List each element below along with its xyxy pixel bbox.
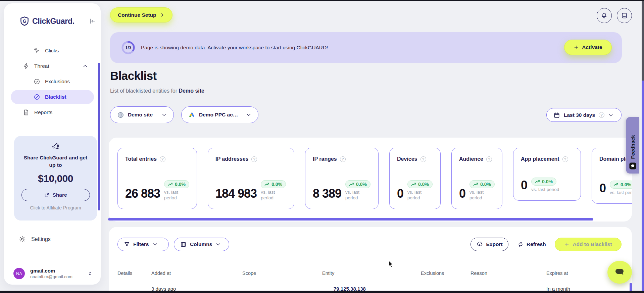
sidebar-item-threat[interactable]: Threat [11,59,94,73]
chevron-up-icon [83,63,88,69]
gear-icon [19,236,26,243]
ppc-account-selector[interactable]: Demo PPC ac… [181,106,258,123]
add-to-blacklist-button[interactable]: Add to Blacklist [555,238,622,251]
column-header-reason[interactable]: Reason [470,271,546,276]
columns-button[interactable]: Columns [174,238,229,251]
promo-footnote: Click to Affiliate Program [14,205,97,210]
help-icon[interactable]: ? [599,112,604,118]
column-header-scope[interactable]: Scope [242,271,322,276]
trend-badge: 0.0% [345,180,370,188]
share-button[interactable]: Share [21,189,90,201]
chat-bubble-icon [614,267,626,277]
stat-value: 0 [521,178,527,192]
stat-compare-label: vs. last period [407,189,433,201]
page-scrollbar-thumb[interactable] [642,81,644,293]
document-icon [23,109,30,116]
help-icon[interactable]: ? [562,156,568,162]
google-ads-icon [188,111,195,118]
megaphone-icon [51,142,60,151]
column-header-added-at[interactable]: Added at [151,271,242,276]
plus-icon [564,242,569,247]
site-selector[interactable]: Demo site [110,106,174,123]
docs-button[interactable] [617,8,632,23]
blacklist-table-panel: Filters Columns Export Refresh Add to Bl… [109,227,632,293]
promo-text: Share ClickGuard and get up to [22,154,89,169]
chevron-down-icon [215,242,221,247]
continue-setup-button[interactable]: Continue Setup [110,7,172,22]
trend-up-icon [411,182,416,186]
stat-card: IP ranges ? 8 389 0.0% vs. last period [305,148,379,209]
sidebar-item-reports[interactable]: Reports [11,105,94,119]
book-icon [621,12,628,19]
stat-compare-label: vs. last period [610,190,632,195]
help-icon[interactable]: ? [340,156,346,162]
trend-badge: 0.0% [610,181,632,189]
date-range-selector[interactable]: Last 30 days ? [546,108,622,122]
table-toolbar: Filters Columns Export Refresh Add to Bl… [109,238,632,251]
feedback-tab[interactable]: Feedback [626,117,639,174]
column-header-expires-at[interactable]: Expires at [546,271,613,276]
activate-button[interactable]: Activate [564,40,612,55]
affiliate-promo-card[interactable]: Share ClickGuard and get up to $10,000 S… [14,136,97,221]
chevron-right-icon [160,12,165,17]
stat-value: 0 [599,181,606,195]
svg-text:G: G [23,19,27,24]
demo-data-banner: 1/3 Page is showing demo data. Activate … [110,32,622,63]
help-icon[interactable]: ? [251,156,257,162]
trend-badge: 0.0% [164,180,189,188]
feedback-label: Feedback [630,135,636,159]
filters-button[interactable]: Filters [117,238,169,251]
help-icon[interactable]: ? [160,156,165,162]
refresh-icon [517,241,524,247]
chevron-down-icon [152,242,158,247]
stat-card: Domain placement ? 0 0.0% vs. last perio… [592,148,632,204]
column-header-details[interactable]: Details [117,271,151,276]
sidebar: G ClickGuard. Clicks Threat Exclusions B… [4,3,101,285]
cloud-download-icon [476,241,483,248]
sidebar-item-exclusions[interactable]: Exclusions [11,75,94,89]
stats-horizontal-scrollbar[interactable] [108,218,593,221]
stat-card: Audience ? 0 0.0% vs. last period [451,148,502,209]
stat-compare-label: vs. last period [261,189,287,201]
trend-up-icon [264,182,269,186]
sidebar-scrollbar[interactable] [98,63,100,210]
chat-launcher-button[interactable] [607,261,632,284]
notifications-button[interactable] [597,8,612,23]
stat-compare-label: vs. last period [345,189,371,201]
setup-step-count: 1/3 [121,40,136,55]
page-title: Blacklist [110,69,157,83]
help-icon[interactable]: ? [420,156,426,162]
globe-icon [117,111,124,118]
clarity-logo-icon [629,162,636,169]
stat-value: 0 [459,187,465,201]
window-edge-bottom [0,291,644,293]
promo-amount: $10,000 [14,173,97,184]
sidebar-item-blacklist[interactable]: Blacklist [11,90,94,104]
stats-card-row: Total entries ? 26 883 0.0% vs. last per… [117,148,632,209]
window-edge-top [0,0,644,1]
bolt-icon [23,63,30,69]
clickguard-shield-icon: G [19,16,30,26]
refresh-button[interactable]: Refresh [517,238,546,251]
sidebar-item-settings[interactable]: Settings [19,236,51,243]
sort-chevrons-icon [88,271,93,276]
workspace-switcher[interactable]: NA gmail.com naatali.ro@gmail.com [13,268,93,279]
page-subtitle: List of blacklisted entities for Demo si… [110,88,204,94]
help-icon[interactable]: ? [486,156,492,162]
bell-icon [601,12,608,19]
stat-label: Audience [459,156,483,162]
chevron-down-icon [608,112,613,118]
columns-icon [180,241,187,248]
sidebar-collapse-icon[interactable] [89,17,96,25]
stat-label: IP ranges [313,156,337,162]
page-scrollbar-track[interactable] [642,1,644,81]
trend-badge: 0.0% [407,180,433,188]
trend-up-icon [535,180,540,184]
badge-check-icon [34,78,40,85]
column-header-exclusions[interactable]: Exclusions [421,271,470,276]
export-button[interactable]: Export [470,238,508,251]
brand-name: ClickGuard. [32,17,75,26]
banner-message: Page is showing demo data. Activate your… [141,32,328,63]
sidebar-item-clicks[interactable]: Clicks [11,44,94,58]
column-header-entity[interactable]: Entity [322,271,421,276]
